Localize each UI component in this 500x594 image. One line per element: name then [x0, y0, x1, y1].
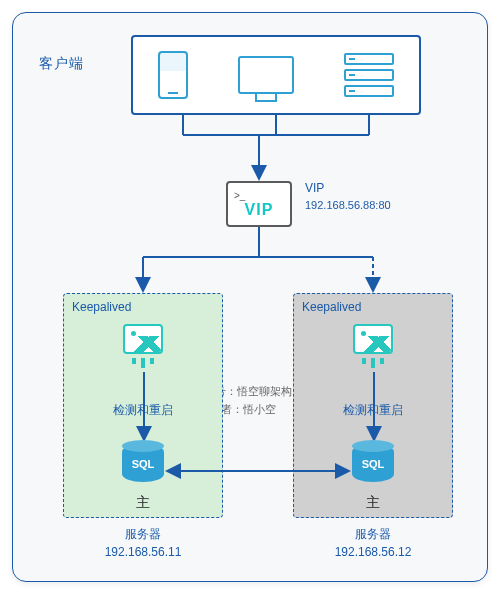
vip-to-servers-connector — [13, 227, 489, 297]
vip-badge: VIP — [245, 201, 274, 219]
server-box-standby: Keepalived 检测和重启 SQL 主 — [293, 293, 453, 518]
cursor-icon: >_ — [234, 190, 245, 201]
sql-label-right: SQL — [352, 458, 394, 470]
server-addr-left: 192.168.56.11 — [63, 543, 223, 561]
architecture-diagram: 客户端 >_ VIP VIP 192.168.56.88:80 — [12, 12, 488, 582]
vip-box: >_ VIP — [226, 181, 292, 227]
server-footer-right: 服务器 192.168.56.12 — [293, 525, 453, 561]
vip-label: VIP — [305, 181, 324, 195]
keepalived-title-left: Keepalived — [72, 300, 131, 314]
server-title-right: 服务器 — [293, 525, 453, 543]
sql-label-left: SQL — [122, 458, 164, 470]
sql-icon-left: SQL — [122, 444, 164, 486]
rack-server-icon — [344, 53, 394, 97]
check-restart-label-right: 检测和重启 — [294, 402, 452, 419]
monitor-icon — [238, 56, 294, 94]
keepalived-icon — [123, 324, 163, 368]
sql-icon-right: SQL — [352, 444, 394, 486]
check-restart-label-left: 检测和重启 — [64, 402, 222, 419]
master-label-right: 主 — [294, 494, 452, 512]
vip-address: 192.168.56.88:80 — [305, 199, 391, 211]
clients-box — [131, 35, 421, 115]
clients-label: 客户端 — [39, 55, 84, 73]
master-label-left: 主 — [64, 494, 222, 512]
keepalived-icon — [353, 324, 393, 368]
server-footer-left: 服务器 192.168.56.11 — [63, 525, 223, 561]
server-addr-right: 192.168.56.12 — [293, 543, 453, 561]
keepalived-title-right: Keepalived — [302, 300, 361, 314]
server-box-primary: Keepalived 检测和重启 SQL 主 — [63, 293, 223, 518]
server-title-left: 服务器 — [63, 525, 223, 543]
phone-icon — [158, 51, 188, 99]
